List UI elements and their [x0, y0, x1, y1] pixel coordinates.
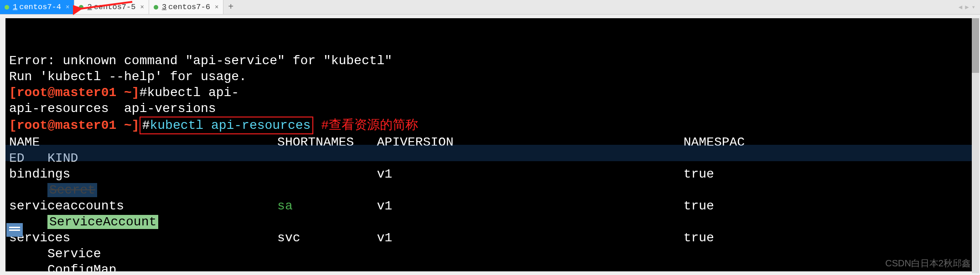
col-short: SHORTNAMES — [277, 135, 354, 149]
tab-label: centos7-6 — [168, 3, 210, 11]
prompt-hash: # — [142, 118, 150, 132]
scrollbar-thumb[interactable] — [972, 18, 979, 73]
nav-right-icon[interactable]: ▶ — [965, 3, 969, 11]
status-dot-icon — [5, 5, 9, 10]
tab-completions: api-resources api-versions — [9, 102, 216, 116]
row-ns: true — [684, 199, 714, 213]
close-icon[interactable]: × — [140, 4, 144, 11]
col-ns: NAMESPAC — [684, 135, 745, 149]
close-icon[interactable]: × — [215, 4, 218, 11]
tab-number: 1 — [13, 3, 17, 11]
annotation-text: #查看资源的简称 — [321, 118, 418, 132]
row-api: v1 — [377, 167, 393, 181]
tab-bar: 1 centos7-4 × 2 centos7-5 × 3 centos7-6 … — [0, 0, 980, 15]
nav-down-icon[interactable]: ▾ — [972, 3, 975, 11]
close-icon[interactable]: × — [66, 4, 69, 11]
row-kind-highlighted: ServiceAccount — [47, 215, 158, 229]
tab-label: centos7-4 — [19, 3, 61, 11]
error-line: Error: unknown command "api-service" for… — [9, 54, 392, 68]
prompt: [root@master01 ~] — [9, 86, 140, 100]
nav-left-icon[interactable]: ◀ — [959, 3, 962, 11]
tab-centos7-6[interactable]: 3 centos7-6 × — [149, 0, 223, 14]
prompt: [root@master01 ~] — [9, 118, 140, 132]
tab-centos7-5[interactable]: 2 centos7-5 × — [74, 0, 149, 14]
row-ns: true — [684, 231, 714, 245]
status-dot-icon — [154, 5, 158, 10]
command-highlighted: #kubectl api-resources — [140, 117, 314, 134]
row-ns: true — [684, 167, 714, 181]
row-short: svc — [277, 231, 300, 245]
row-name: serviceaccounts — [9, 199, 124, 213]
row-short: sa — [277, 199, 293, 213]
col-ns2: ED — [9, 151, 25, 165]
command-partial: kubectl api- — [147, 86, 239, 100]
tab-label: centos7-5 — [94, 3, 136, 11]
add-tab-button[interactable]: + — [223, 0, 238, 14]
selection-handle-icon[interactable] — [6, 223, 23, 237]
row-kind: Service — [47, 247, 101, 261]
prompt-hash: # — [140, 86, 147, 100]
scrollbar-vertical[interactable] — [972, 18, 979, 273]
command-full: kubectl api-resources — [150, 118, 311, 132]
col-kind: KIND — [47, 151, 78, 165]
row-api: v1 — [377, 199, 393, 213]
tab-number: 2 — [87, 3, 92, 11]
row-name: bindings — [9, 167, 70, 181]
col-api: APIVERSION — [377, 135, 454, 149]
watermark: CSDN白日本2秋邱鑫 — [885, 257, 971, 270]
usage-line: Run 'kubectl --help' for usage. — [9, 70, 247, 84]
tab-nav: ◀ ▶ ▾ — [959, 3, 975, 11]
col-name: NAME — [9, 135, 40, 149]
row-configmap-cut: ConfigMap — [47, 263, 116, 271]
terminal-output[interactable]: Error: unknown command "api-service" for… — [5, 18, 975, 271]
tab-centos7-4[interactable]: 1 centos7-4 × — [0, 0, 74, 14]
tab-number: 3 — [162, 3, 166, 11]
row-secret-cut: Secret — [47, 183, 97, 197]
row-api: v1 — [377, 231, 393, 245]
status-dot-icon — [79, 5, 83, 10]
